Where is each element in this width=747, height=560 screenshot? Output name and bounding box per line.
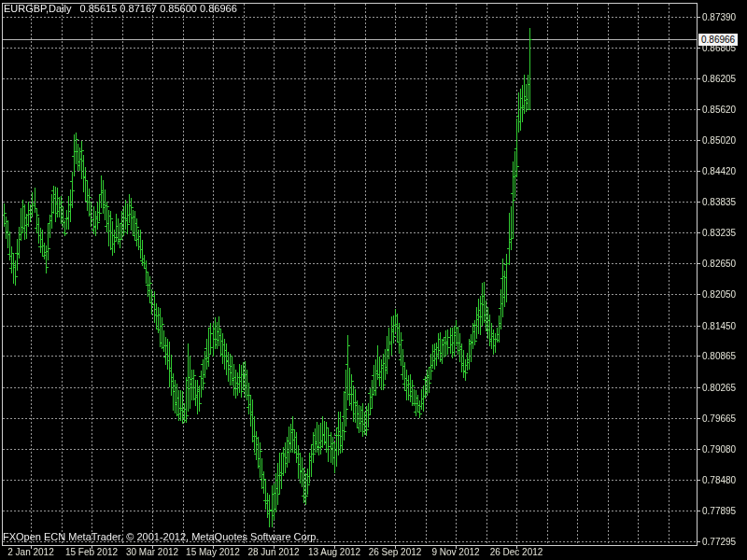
- symbol-period-label: EURGBP,Daily: [4, 3, 72, 14]
- price-axis-label: 0.80865: [702, 351, 736, 361]
- mt4-chart-window: EURGBP,Daily0.85615 0.87167 0.85600 0.86…: [0, 0, 747, 560]
- price-axis-label: 0.82050: [702, 289, 736, 300]
- price-axis-label: 0.77295: [702, 537, 736, 547]
- ohlc-quote-label: 0.85615 0.87167 0.85600 0.86966: [80, 3, 237, 14]
- price-axis-label: 0.79665: [702, 413, 736, 424]
- copyright-label: FXOpen ECN MetaTrader, © 2001-2012, Meta…: [3, 531, 318, 542]
- date-axis-label: 13 Aug 2012: [308, 547, 360, 558]
- current-price-label: 0.86966: [698, 34, 738, 46]
- price-axis-label: 0.83235: [702, 228, 736, 238]
- price-chart-canvas[interactable]: [0, 0, 747, 560]
- price-axis-label: 0.79080: [702, 444, 736, 455]
- chart-quote-header: EURGBP,Daily0.85615 0.87167 0.85600 0.86…: [4, 3, 237, 14]
- price-axis-label: 0.83835: [702, 197, 736, 207]
- price-axis-label: 0.87390: [702, 12, 736, 22]
- date-axis-label: 26 Sep 2012: [369, 547, 422, 558]
- date-axis-label: 30 Mar 2012: [126, 547, 178, 558]
- price-axis-label: 0.84420: [702, 166, 736, 176]
- price-axis-label: 0.85020: [702, 135, 736, 146]
- date-axis-label: 9 Nov 2012: [431, 547, 479, 558]
- date-axis-label: 15 May 2012: [186, 547, 240, 558]
- date-axis-label: 15 Feb 2012: [65, 547, 118, 558]
- price-axis-label: 0.81450: [702, 321, 736, 331]
- date-axis-label: 2 Jan 2012: [7, 547, 54, 558]
- price-axis-label: 0.86205: [702, 74, 736, 84]
- date-axis-label: 28 Jun 2012: [247, 547, 299, 558]
- date-axis-label: 26 Dec 2012: [490, 547, 543, 558]
- price-axis-label: 0.77895: [702, 506, 736, 516]
- price-axis-label: 0.82650: [702, 259, 736, 269]
- price-axis-label: 0.78480: [702, 475, 736, 485]
- price-axis-label: 0.85620: [702, 105, 736, 115]
- price-axis-label: 0.80265: [702, 383, 736, 393]
